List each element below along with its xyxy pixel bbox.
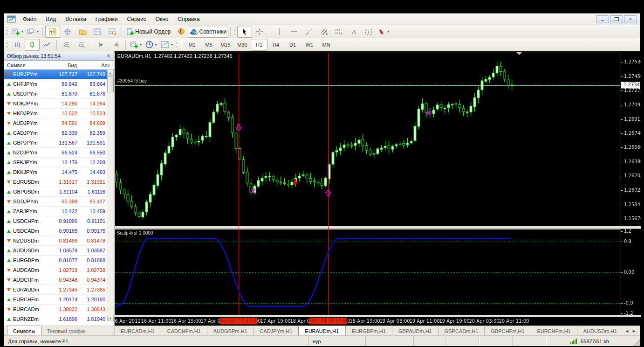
vertical-line-tool-button[interactable] xyxy=(272,26,287,38)
market-watch-row[interactable]: AUDCADm 1.02719 1.02738 xyxy=(4,265,107,275)
column-header-bid[interactable]: Бид xyxy=(49,61,80,70)
column-header-symbol[interactable]: Символ xyxy=(4,61,49,70)
profiles-button[interactable]: ▾ xyxy=(25,26,41,38)
trendline-tool-button[interactable] xyxy=(301,26,316,38)
market-watch-row[interactable]: EURCADm 1.30822 1.30843 xyxy=(4,305,107,314)
tabs-scroll-left-icon[interactable]: ◄ xyxy=(625,329,629,333)
zoom-out-button[interactable] xyxy=(74,39,89,51)
auto-scroll-button[interactable] xyxy=(94,39,109,51)
close-icon[interactable]: × xyxy=(105,53,112,59)
scroll-down-icon[interactable]: ▼ xyxy=(107,315,114,321)
expert-advisors-button[interactable]: Советники xyxy=(188,26,229,38)
status-connection[interactable]: 55877/51 kb xyxy=(546,336,633,346)
navigator-button[interactable] xyxy=(75,26,90,38)
toolbar-grip[interactable] xyxy=(176,41,177,49)
chart-tab[interactable]: EURCHFm,H1 xyxy=(531,326,577,336)
market-watch-row[interactable]: EURJPYm 107.737 107.748 xyxy=(4,69,107,79)
menu-item[interactable]: Сервис xyxy=(123,14,151,24)
text-tool-button[interactable]: A xyxy=(346,26,361,38)
chart-tab[interactable]: GBPAUDm,H1 xyxy=(392,326,438,336)
market-watch-row[interactable]: GBPUSDm 1.61104 1.61116 xyxy=(4,187,107,197)
templates-button[interactable]: ▾ xyxy=(159,39,175,51)
scrollbar-thumb[interactable] xyxy=(107,76,114,92)
timeframe-button[interactable]: H1 xyxy=(251,39,267,51)
minimize-button[interactable]: – xyxy=(596,15,609,23)
market-watch-row[interactable]: SEKJPYm 12.176 12.208 xyxy=(4,158,107,167)
chart-shift-button[interactable] xyxy=(109,39,123,51)
menu-item[interactable]: Вид xyxy=(41,14,61,24)
market-watch-row[interactable]: AUDJPYm 84.591 84.609 xyxy=(4,118,107,128)
toolbar-grip[interactable] xyxy=(7,41,8,49)
arrows-tool-button[interactable]: ▾ xyxy=(376,26,391,38)
resize-grip[interactable] xyxy=(633,336,640,346)
panel-tab[interactable]: Символы xyxy=(7,326,41,336)
market-watch-row[interactable]: NZDJPYm 66.524 66.550 xyxy=(4,148,107,158)
toolbar-grip[interactable] xyxy=(234,28,235,36)
timeframe-button[interactable]: H4 xyxy=(267,39,284,51)
chart-tab[interactable]: EURAUDm,H1 xyxy=(298,326,345,336)
market-watch-row[interactable]: ZARJPYm 10.422 10.459 xyxy=(4,207,107,216)
market-watch-row[interactable]: SGDJPYm 65.389 65.427 xyxy=(4,197,107,207)
market-watch-row[interactable]: USDCADm 0.99165 0.99175 xyxy=(4,226,107,236)
chart-tab[interactable]: EURCADm,H1 xyxy=(115,326,161,336)
market-watch-row[interactable]: USDCHFm 0.91096 0.91101 xyxy=(4,216,107,226)
market-watch-toggle-button[interactable] xyxy=(45,26,60,38)
new-order-button[interactable]: Новый Ордер xyxy=(124,26,172,38)
horizontal-line-tool-button[interactable] xyxy=(287,26,301,38)
zoom-in-button[interactable] xyxy=(59,39,74,51)
scroll-up-icon[interactable]: ▲ xyxy=(107,69,114,76)
market-watch-scrollbar[interactable]: ▲ ▼ xyxy=(107,69,114,321)
chart-tab[interactable]: AUDGBPm,H1 xyxy=(207,326,253,336)
price-chart-canvas[interactable] xyxy=(115,51,641,326)
close-button[interactable]: × xyxy=(624,15,637,23)
menu-item[interactable]: Справка xyxy=(173,14,205,24)
timeframe-button[interactable]: D1 xyxy=(284,39,301,51)
candlestick-chart-button[interactable] xyxy=(25,39,40,51)
column-header-ask[interactable]: Аск xyxy=(80,61,113,70)
periods-button[interactable]: ▾ xyxy=(144,39,159,51)
timeframe-button[interactable]: M5 xyxy=(200,39,217,51)
menu-item[interactable]: Вставка xyxy=(61,14,91,24)
terminal-button[interactable] xyxy=(90,26,105,38)
market-watch-row[interactable]: EURNZDm 1.61896 1.61940 xyxy=(4,314,107,321)
tabs-scroll-right-icon[interactable]: ► xyxy=(632,329,636,333)
strategy-tester-button[interactable] xyxy=(105,26,120,38)
market-watch-row[interactable]: EURGBPm 0.81877 0.81888 xyxy=(4,256,107,265)
chart-tab[interactable]: GBPCHFm,H1 xyxy=(484,326,530,336)
line-chart-button[interactable] xyxy=(40,39,55,51)
fibonacci-tool-button[interactable]: F xyxy=(331,26,346,38)
timeframe-button[interactable]: M30 xyxy=(234,39,251,51)
market-watch-row[interactable]: GBPJPYm 131.567 131.591 xyxy=(4,138,107,148)
market-watch-row[interactable]: AUDCHFm 0.94348 0.94374 xyxy=(4,275,107,285)
crosshair-tool-button[interactable] xyxy=(252,26,267,38)
chart-tab[interactable]: AUDUSDm,H1 xyxy=(577,326,621,336)
market-watch-row[interactable]: NOKJPYm 14.280 14.284 xyxy=(4,99,107,109)
timeframe-button[interactable]: W1 xyxy=(301,39,318,51)
market-watch-row[interactable]: CADJPYm 82.339 82.359 xyxy=(4,128,107,138)
chart-tab[interactable]: CADCHFm,H1 xyxy=(161,326,207,336)
market-watch-row[interactable]: EURAUDm 1.27345 1.27365 xyxy=(4,285,107,295)
timeframe-button[interactable]: M1 xyxy=(184,39,200,51)
market-watch-row[interactable]: DKKJPYm 14.475 14.493 xyxy=(4,167,107,177)
market-watch-row[interactable]: NZDUSDm 0.81466 0.81478 xyxy=(4,236,107,246)
chart-tab[interactable]: EURGBPm,H1 xyxy=(345,326,392,336)
status-account[interactable]: нур xyxy=(308,336,365,346)
menu-item[interactable]: Файл xyxy=(18,14,41,24)
chart-tab[interactable]: CADJPYm,H1 xyxy=(253,326,299,336)
market-watch-row[interactable]: HKDJPYm 10.522 10.523 xyxy=(4,109,107,118)
toolbar-grip[interactable] xyxy=(7,28,8,36)
text-label-tool-button[interactable]: T xyxy=(361,26,376,38)
channel-tool-button[interactable]: E xyxy=(316,26,331,38)
market-watch-row[interactable]: EURCHFm 1.20174 1.20180 xyxy=(4,295,107,305)
panel-tab[interactable]: Тиковый график xyxy=(41,326,91,336)
chart-tab[interactable]: GBPCADm,H1 xyxy=(438,326,485,336)
market-watch-row[interactable]: EURUSDm 1.31917 1.31921 xyxy=(4,177,107,187)
bar-chart-button[interactable] xyxy=(10,39,25,51)
indicators-button[interactable]: ▾ xyxy=(128,39,144,51)
timeframe-button[interactable]: M15 xyxy=(217,39,234,51)
menu-item[interactable]: Окно xyxy=(151,14,173,24)
market-watch-row[interactable]: USDJPYm 81.670 81.676 xyxy=(4,89,107,99)
market-watch-row[interactable]: CHFJPYm 89.642 89.664 xyxy=(4,79,107,89)
data-window-button[interactable] xyxy=(60,26,75,38)
new-chart-button[interactable]: ▾ xyxy=(10,26,25,38)
